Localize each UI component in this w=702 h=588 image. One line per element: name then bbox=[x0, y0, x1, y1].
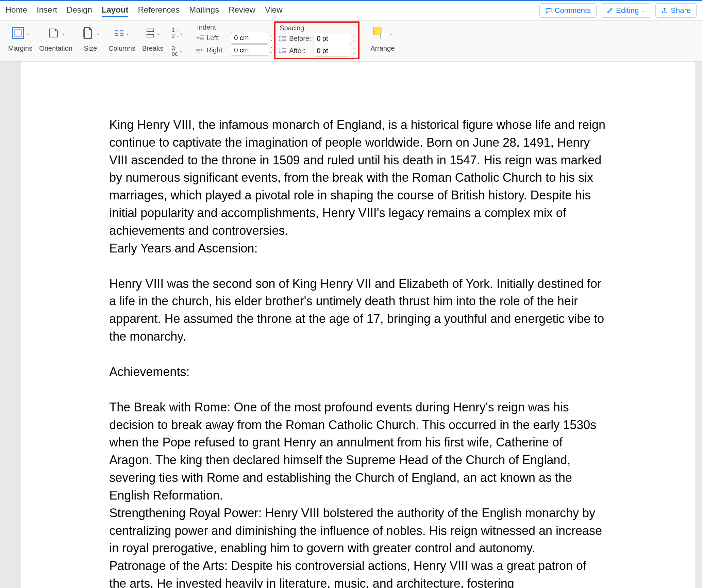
paragraph[interactable]: Early Years and Ascension: bbox=[109, 240, 606, 257]
svg-rect-1 bbox=[15, 30, 21, 36]
arrange-group: ⌄ Arrange bbox=[368, 23, 397, 52]
margins-label: Margins bbox=[8, 45, 32, 52]
indent-left-spinner[interactable]: ⌃⌄ bbox=[270, 35, 273, 41]
chevron-down-icon: ⌄ bbox=[26, 30, 30, 36]
orientation-icon bbox=[46, 26, 61, 40]
breaks-button[interactable]: ⌄ bbox=[144, 26, 162, 40]
columns-label: Columns bbox=[108, 45, 135, 52]
breaks-icon bbox=[145, 28, 156, 38]
share-label: Share bbox=[671, 6, 691, 15]
size-group: ⌄ Size bbox=[77, 23, 104, 52]
svg-rect-0 bbox=[13, 28, 23, 38]
indent-left-label: Left: bbox=[206, 34, 229, 42]
arrange-label: Arrange bbox=[370, 45, 395, 52]
pencil-icon bbox=[606, 7, 613, 14]
breaks-label: Breaks bbox=[142, 45, 163, 52]
top-bar: Home Insert Design Layout References Mai… bbox=[0, 1, 702, 21]
indent-title: Indent bbox=[196, 23, 273, 31]
hyphenation-button[interactable]: a- bc ⌄ bbox=[171, 45, 183, 57]
paragraph[interactable]: The Break with Rome: One of the most pro… bbox=[109, 398, 606, 504]
spacing-after-icon bbox=[278, 47, 287, 54]
share-icon bbox=[661, 7, 668, 14]
indent-right-spinner[interactable]: ⌃⌄ bbox=[270, 47, 273, 53]
indent-group: Indent Left: ⌃⌄ Right: ⌃⌄ bbox=[196, 23, 273, 56]
paragraph[interactable]: Achievements: bbox=[109, 363, 606, 381]
tab-layout[interactable]: Layout bbox=[102, 4, 129, 17]
comments-button[interactable]: Comments bbox=[539, 3, 597, 18]
share-button[interactable]: Share bbox=[655, 3, 697, 18]
arrange-icon bbox=[372, 26, 388, 40]
spacing-before-input[interactable] bbox=[314, 33, 351, 44]
chevron-down-icon: ⌄ bbox=[62, 30, 66, 36]
paragraph[interactable]: Patronage of the Arts: Despite his contr… bbox=[109, 557, 606, 588]
margins-group: ⌄ Margins bbox=[5, 23, 35, 52]
spacing-group: Spacing Before: ⌃⌄ After: ⌃⌄ bbox=[278, 24, 355, 56]
spacing-after-input[interactable] bbox=[314, 45, 351, 56]
comment-icon bbox=[545, 7, 552, 14]
document-area: King Henry VIII, the infamous monarch of… bbox=[0, 62, 702, 588]
indent-left-input[interactable] bbox=[231, 32, 268, 44]
tab-home[interactable]: Home bbox=[5, 4, 27, 17]
document-page[interactable]: King Henry VIII, the infamous monarch of… bbox=[21, 62, 695, 588]
spacing-before-spinner[interactable]: ⌃⌄ bbox=[352, 35, 355, 42]
columns-icon bbox=[114, 28, 125, 38]
paragraph[interactable]: Strengthening Royal Power: Henry VIII bo… bbox=[109, 504, 606, 557]
margins-icon bbox=[11, 26, 26, 40]
indent-right-input[interactable] bbox=[231, 44, 268, 56]
editing-label: Editing bbox=[616, 6, 639, 15]
size-icon bbox=[81, 26, 96, 40]
orientation-button[interactable]: ⌄ bbox=[45, 24, 67, 42]
indent-right-icon bbox=[196, 47, 204, 53]
indent-left-icon bbox=[196, 34, 204, 41]
paragraph[interactable]: Henry VIII was the second son of King He… bbox=[109, 275, 606, 345]
paragraph[interactable]: King Henry VIII, the infamous monarch of… bbox=[109, 116, 606, 240]
ribbon-tabs: Home Insert Design Layout References Mai… bbox=[5, 4, 283, 17]
chevron-down-icon: ⌄ bbox=[179, 48, 183, 53]
line-numbers-icon: 1 -2 - bbox=[171, 27, 179, 39]
tab-view[interactable]: View bbox=[265, 4, 283, 17]
chevron-down-icon: ⌄ bbox=[389, 30, 393, 36]
chevron-down-icon: ⌄ bbox=[126, 30, 130, 36]
chevron-down-icon: ⌄ bbox=[179, 30, 183, 36]
top-actions: Comments Editing ⌄ Share bbox=[539, 3, 697, 18]
comments-label: Comments bbox=[555, 6, 591, 15]
spacing-after-label: After: bbox=[289, 47, 312, 55]
columns-group: ⌄ Columns bbox=[106, 23, 138, 52]
spacing-after-spinner[interactable]: ⌃⌄ bbox=[352, 48, 355, 54]
spacing-highlight-box: Spacing Before: ⌃⌄ After: ⌃⌄ bbox=[274, 21, 360, 59]
tab-design[interactable]: Design bbox=[67, 4, 92, 17]
chevron-down-icon: ⌄ bbox=[641, 8, 646, 13]
chevron-down-icon: ⌄ bbox=[96, 30, 100, 36]
spacing-before-label: Before: bbox=[289, 35, 312, 43]
tab-mailings[interactable]: Mailings bbox=[189, 4, 219, 17]
ribbon: ⌄ Margins ⌄ Orientation ⌄ Size bbox=[0, 21, 702, 62]
spacing-title: Spacing bbox=[278, 24, 355, 32]
line-numbers-group: 1 -2 - ⌄ a- bc ⌄ bbox=[167, 23, 187, 57]
tab-references[interactable]: References bbox=[138, 4, 180, 17]
size-button[interactable]: ⌄ bbox=[79, 24, 102, 42]
tab-insert[interactable]: Insert bbox=[37, 4, 57, 17]
line-numbers-button[interactable]: 1 -2 - ⌄ bbox=[170, 26, 185, 40]
hyphenation-icon: a- bc bbox=[171, 45, 178, 57]
breaks-group: ⌄ Breaks bbox=[139, 23, 166, 52]
spacing-before-icon bbox=[278, 35, 287, 42]
arrange-button[interactable]: ⌄ bbox=[371, 25, 395, 41]
size-label: Size bbox=[84, 45, 97, 52]
editing-button[interactable]: Editing ⌄ bbox=[601, 3, 651, 18]
orientation-group: ⌄ Orientation bbox=[36, 23, 75, 52]
svg-rect-14 bbox=[147, 34, 154, 37]
svg-rect-13 bbox=[147, 29, 154, 32]
tab-review[interactable]: Review bbox=[229, 4, 255, 17]
margins-button[interactable]: ⌄ bbox=[9, 24, 32, 42]
columns-button[interactable]: ⌄ bbox=[113, 26, 131, 40]
indent-right-label: Right: bbox=[206, 46, 229, 54]
orientation-label: Orientation bbox=[39, 45, 72, 52]
chevron-down-icon: ⌄ bbox=[156, 30, 161, 36]
document-body[interactable]: King Henry VIII, the infamous monarch of… bbox=[109, 116, 606, 588]
